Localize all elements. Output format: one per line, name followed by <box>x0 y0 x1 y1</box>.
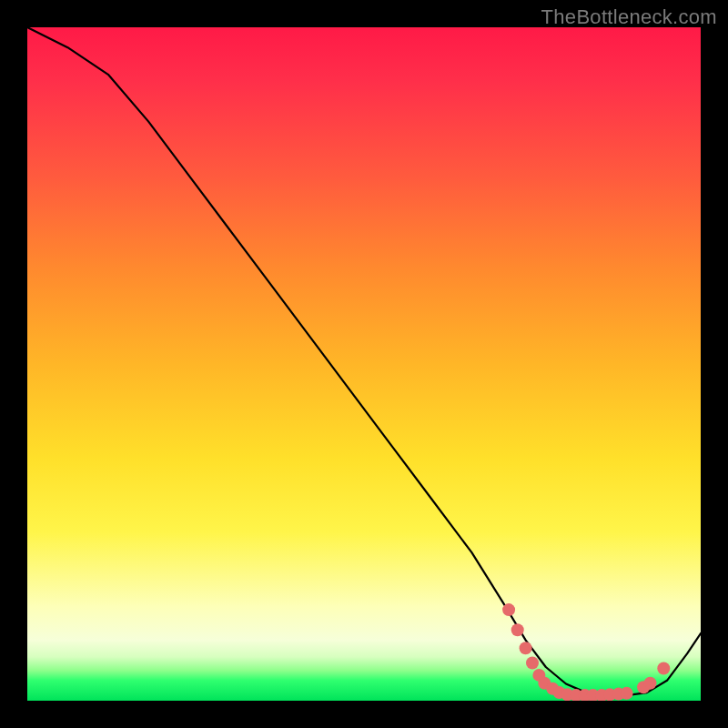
data-marker <box>526 657 539 670</box>
curve-svg <box>27 27 701 701</box>
data-marker <box>657 662 670 674</box>
data-marker <box>520 642 532 654</box>
data-marker <box>511 623 524 636</box>
data-marker <box>644 677 657 690</box>
data-markers <box>502 603 670 701</box>
data-marker <box>502 603 515 616</box>
chart-frame: TheBottleneck.com <box>0 0 728 728</box>
plot-area <box>27 27 701 701</box>
data-marker <box>621 687 633 700</box>
watermark-label: TheBottleneck.com <box>541 5 717 29</box>
bottleneck-curve <box>27 27 701 695</box>
